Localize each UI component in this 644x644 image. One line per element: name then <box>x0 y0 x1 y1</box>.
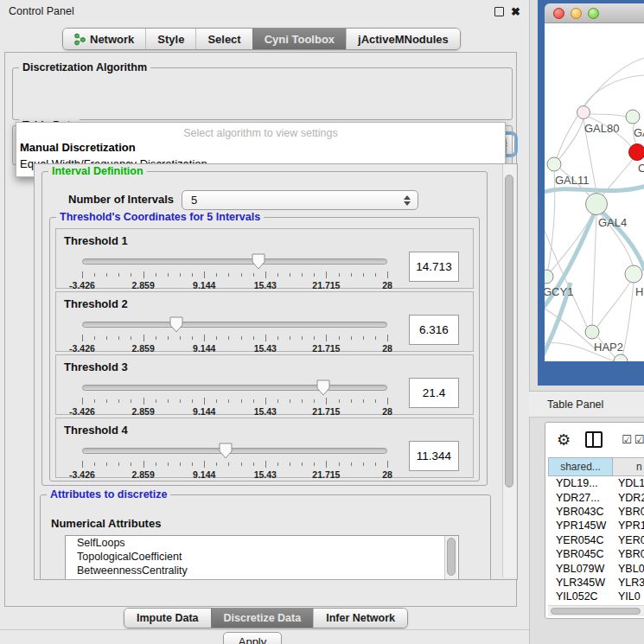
tab-jactivemnodules[interactable]: jActiveMNodules <box>346 29 460 49</box>
network-node[interactable] <box>629 144 644 161</box>
tab-network[interactable]: Network <box>63 29 145 49</box>
network-node[interactable] <box>626 110 640 124</box>
checkbox-checked-icon[interactable]: ☑ <box>634 434 644 445</box>
tick-mark <box>290 462 290 466</box>
tick-label: -3.426 <box>69 469 95 480</box>
threshold-value-field[interactable]: 6.316 <box>409 315 459 345</box>
network-canvas[interactable]: GAL80GACGAL11GAL4GCY1HHAP2 <box>545 23 644 361</box>
network-node[interactable] <box>545 270 553 284</box>
table-row[interactable]: YBL079WYBL0 <box>548 561 644 575</box>
slider-thumb[interactable] <box>252 253 265 270</box>
tab-label: jActiveMNodules <box>358 33 449 46</box>
tick-mark <box>131 462 131 466</box>
float-window-icon[interactable] <box>494 7 504 16</box>
network-graph: GAL80GACGAL11GAL4GCY1HHAP2 <box>545 23 644 361</box>
threshold-value-field[interactable]: 21.4 <box>409 378 459 408</box>
column-header-name[interactable]: n <box>613 457 644 476</box>
tick-mark <box>302 273 303 277</box>
tick-label: 2.859 <box>131 280 154 290</box>
network-view-window: GAL80GACGAL11GAL4GCY1HHAP2 <box>538 0 644 386</box>
apply-button[interactable]: Apply <box>223 632 282 644</box>
network-node[interactable] <box>577 106 590 119</box>
network-node[interactable] <box>614 354 628 361</box>
tick-mark <box>94 462 95 466</box>
tab-cyni-toolbox[interactable]: Cyni Toolbox <box>252 29 346 49</box>
table-row[interactable]: YER054CYER0 <box>548 533 644 547</box>
tick-mark <box>339 399 340 403</box>
slider-track[interactable] <box>82 448 387 454</box>
close-icon[interactable]: ✖ <box>511 6 520 17</box>
tick-mark <box>156 462 156 466</box>
tick-mark <box>339 336 340 340</box>
slider-track[interactable] <box>82 385 387 391</box>
tab-select[interactable]: Select <box>195 29 252 49</box>
attributes-list-scrollbar[interactable] <box>444 536 457 579</box>
settings-scrollbar[interactable] <box>502 164 516 577</box>
dropdown-option[interactable]: Manual Discretization <box>16 139 505 156</box>
tick-label: 2.859 <box>131 406 154 417</box>
network-window-titlebar <box>545 3 644 23</box>
slider-track[interactable] <box>82 322 387 328</box>
slider-thumb[interactable] <box>169 316 183 333</box>
slider-thumb[interactable] <box>219 443 233 459</box>
slider-thumb[interactable] <box>316 379 330 396</box>
network-node[interactable] <box>547 157 561 171</box>
tick-mark <box>277 273 278 277</box>
tick-mark <box>326 335 327 341</box>
tick-label: -3.426 <box>69 343 95 354</box>
table-row[interactable]: YLR345WYLR3 <box>548 576 644 590</box>
tick-mark <box>204 271 205 278</box>
table-row[interactable]: YIL052CYIL0 <box>548 590 644 603</box>
threshold-value-field[interactable]: 11.344 <box>409 441 459 471</box>
threshold-value-field[interactable]: 14.713 <box>409 252 459 282</box>
table-row[interactable]: YBR043CYBR0 <box>548 505 644 519</box>
attribute-list-item[interactable]: BetweennessCentrality <box>66 564 458 577</box>
network-node[interactable] <box>585 325 599 339</box>
table-row[interactable]: YPR145WYPR1 <box>548 519 644 532</box>
network-edge <box>590 114 626 117</box>
tick-mark <box>216 273 217 277</box>
split-columns-icon[interactable] <box>585 431 603 448</box>
table-row[interactable]: YDR27...YDR2 <box>548 490 644 504</box>
table-row[interactable]: YBR045CYBR0 <box>548 547 644 561</box>
tick-mark <box>82 271 83 278</box>
tick-mark <box>216 462 217 466</box>
tab-discretize-data[interactable]: Discretize Data <box>211 609 314 628</box>
tick-mark <box>363 336 364 340</box>
number-of-intervals-combobox[interactable]: 5 <box>182 190 418 210</box>
tab-label: Style <box>157 33 184 46</box>
threshold-row: Threshold 4-3.4262.8599.14415.4321.71528… <box>55 418 474 478</box>
tick-mark <box>241 462 242 466</box>
slider-track[interactable] <box>82 258 387 265</box>
tab-style[interactable]: Style <box>145 29 195 49</box>
tick-mark <box>192 462 193 466</box>
table-row[interactable]: YDL19...YDL1 <box>548 476 644 490</box>
zoom-traffic-light[interactable] <box>588 8 599 19</box>
tick-label: 2.859 <box>131 343 154 354</box>
tick-mark <box>387 271 388 278</box>
network-node[interactable] <box>586 194 608 215</box>
gear-icon[interactable]: ⚙ <box>557 432 571 448</box>
tab-infer-network[interactable]: Infer Network <box>313 609 407 628</box>
network-edge <box>597 281 631 327</box>
minimize-traffic-light[interactable] <box>571 8 582 19</box>
tick-label: 15.43 <box>254 469 277 480</box>
network-node[interactable] <box>625 265 642 283</box>
tab-impute-data[interactable]: Impute Data <box>124 609 211 628</box>
close-traffic-light[interactable] <box>553 8 564 19</box>
checkbox-checked-icon[interactable]: ☑ <box>622 434 632 445</box>
tick-mark <box>94 336 95 340</box>
tick-mark <box>314 273 315 277</box>
table-horizontal-scrollbar[interactable] <box>548 605 644 616</box>
dropdown-hint: Select algorithm to view settings <box>16 127 505 139</box>
tick-mark <box>156 273 156 277</box>
tab-label: Infer Network <box>326 612 395 624</box>
attribute-list-item[interactable]: SelfLoops <box>66 536 458 550</box>
discretization-algorithm-group: Discretization Algorithm <box>12 67 513 120</box>
table-panel-title: Table Panel <box>529 399 603 411</box>
threshold-label: Threshold 3 <box>64 360 128 373</box>
column-header-shared-name[interactable]: shared... <box>548 457 613 476</box>
attribute-list-item[interactable]: TopologicalCoefficient <box>66 550 458 564</box>
tick-label: 28 <box>382 469 392 480</box>
numerical-attributes-list[interactable]: SelfLoopsTopologicalCoefficientBetweenne… <box>65 535 459 580</box>
